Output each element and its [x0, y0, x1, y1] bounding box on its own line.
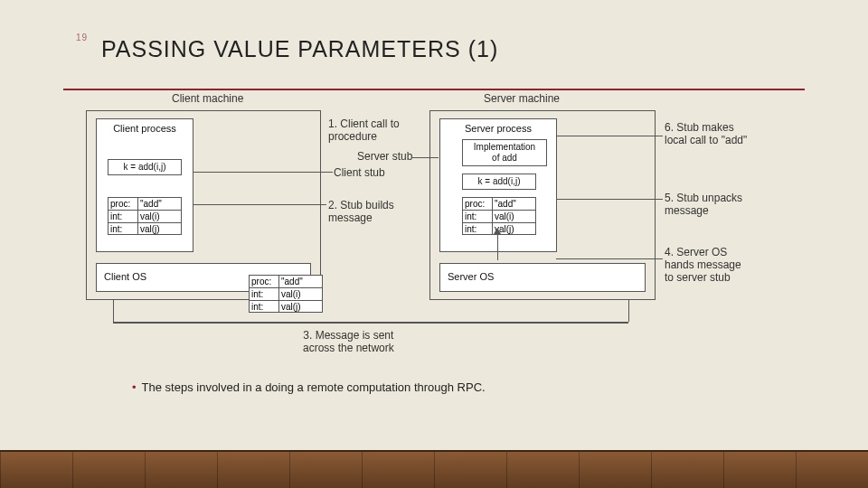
wood-floor-decoration — [0, 450, 868, 488]
network-line — [113, 322, 628, 324]
title-underline — [63, 89, 805, 90]
step1: 1. Client call to procedure — [328, 117, 400, 143]
rpc-diagram: Client machine Server machine Client pro… — [86, 98, 782, 361]
server-machine-box: Server process Implementation of add k =… — [429, 110, 656, 300]
label-client-machine: Client machine — [172, 92, 243, 105]
client-machine-box: Client process k = add(i,j) proc:"add" i… — [86, 110, 321, 300]
label-server-process: Server process — [440, 119, 556, 135]
label-server-stub: Server stub — [357, 150, 412, 163]
transit-msg-box: proc:"add" int:val(i) int:val(j) — [249, 275, 323, 313]
step5: 5. Stub unpacks message — [665, 192, 742, 217]
step2: 2. Stub builds message — [328, 199, 394, 224]
client-call-box: k = add(i,j) — [108, 159, 182, 175]
bullet-caption: •The steps involved in a doing a remote … — [132, 380, 486, 397]
page-number: 19 — [76, 33, 88, 42]
server-call-box: k = add(i,j) — [462, 174, 536, 190]
label-client-stub: Client stub — [334, 166, 385, 179]
step6: 6. Stub makes local call to "add" — [665, 121, 747, 146]
arrow-up-icon — [494, 228, 501, 234]
step4: 4. Server OS hands message to server stu… — [665, 246, 741, 284]
server-os-box: Server OS — [439, 263, 646, 292]
bullet-dot-icon: • — [132, 380, 137, 394]
label-server-machine: Server machine — [484, 92, 560, 105]
step3: 3. Message is sent across the network — [303, 329, 394, 354]
page-title: PASSING VALUE PARAMETERS (1) — [101, 36, 498, 62]
label-client-process: Client process — [97, 119, 193, 135]
impl-box: Implementation of add — [462, 139, 547, 166]
client-process-box: Client process k = add(i,j) proc:"add" i… — [96, 118, 193, 252]
client-msg-box: proc:"add" int:val(i) int:val(j) — [108, 197, 182, 235]
